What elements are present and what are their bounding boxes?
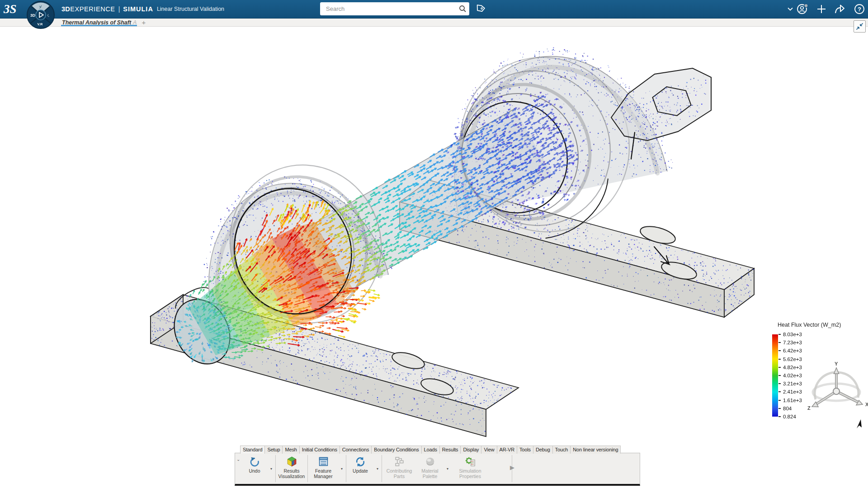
ribbon-tab-non-linear-versioning[interactable]: Non linear versioning (570, 446, 621, 454)
tag-icon[interactable] (473, 3, 486, 15)
top-bar: 3S 3DEXPERIENCE | SIMULIA Linear Structu… (0, 0, 868, 19)
compass-3d-label: 3D (30, 13, 35, 18)
ribbon-tab-connections[interactable]: Connections (340, 446, 372, 454)
material-palette-dropdown-icon: ▾ (444, 454, 451, 483)
ribbon-tab-setup[interactable]: Setup (264, 446, 283, 454)
update-dropdown-icon[interactable]: ▾ (374, 454, 381, 483)
legend-value: 1.61e+3 (783, 398, 802, 403)
search-input[interactable] (320, 5, 456, 12)
3ds-logo-icon[interactable]: 3S (4, 1, 25, 17)
ribbon-tab-boundary-conditions[interactable]: Boundary Conditions (371, 446, 421, 454)
feature-manager-icon (318, 455, 329, 468)
collapse-window-button[interactable] (854, 20, 866, 33)
ribbon-tab-standard[interactable]: Standard (240, 446, 265, 454)
chevron-down-icon[interactable] (786, 0, 795, 18)
material-palette-icon (425, 455, 436, 468)
3d-viewport[interactable] (0, 0, 868, 488)
legend-value: 2.41e+3 (783, 389, 802, 394)
legend-colorbar (772, 334, 778, 417)
brand-3d: 3D (61, 5, 70, 13)
update-label: Update (353, 469, 368, 474)
toolbar-more-arrow[interactable]: ▶ (510, 464, 514, 471)
toolbar-collapse-icon[interactable]: ⌄ (236, 457, 240, 462)
legend-labels: 8.03e+3 7.23e+3 6.42e+3 5.62e+3 4.82e+3 … (778, 332, 802, 419)
undo-button[interactable]: Undo (241, 454, 268, 483)
ribbon-tab-tools[interactable]: Tools (517, 446, 533, 454)
undo-label: Undo (249, 469, 260, 474)
compass-vr-label: V.R (38, 22, 43, 26)
feature-manager-button[interactable]: Feature Manager (308, 454, 338, 483)
ribbon-tab-initial-conditions[interactable]: Initial Conditions (299, 446, 340, 454)
update-button[interactable]: Update (347, 454, 374, 483)
triad-y-label: Y (835, 361, 838, 366)
ribbon-toolbar: ⌄ Undo ▾ Results Visual (235, 453, 640, 486)
legend-value: 5.62e+3 (783, 357, 802, 362)
ribbon-tab-touch[interactable]: Touch (552, 446, 571, 454)
material-palette-label: Material Palette (416, 469, 444, 479)
legend-value: 7.23e+3 (783, 340, 802, 345)
ribbon-tab-ar-vr[interactable]: AR-VR (497, 446, 517, 454)
legend-value: 4.02e+3 (783, 373, 802, 378)
ribbon-tab-display[interactable]: Display (460, 446, 481, 454)
view-axis-triad[interactable]: Y X Z (807, 361, 868, 419)
legend-value: 0.824 (783, 414, 796, 419)
share-icon[interactable] (833, 0, 847, 18)
svg-text:?: ? (858, 6, 861, 13)
ribbon-tab-debug[interactable]: Debug (533, 446, 553, 454)
contributing-parts-button: Contributing Parts (382, 454, 416, 483)
add-content-icon[interactable] (815, 0, 828, 18)
simulation-properties-label: Simulation Properties (451, 469, 489, 479)
triad-x-label: X (865, 402, 868, 407)
legend-value: 4.82e+3 (783, 365, 802, 370)
triad-z-label: Z (807, 405, 811, 411)
results-visualization-button[interactable]: Results Visualization (276, 454, 307, 483)
ribbon-tab-loads[interactable]: Loads (421, 446, 440, 454)
app-name: Linear Structural Validation (157, 6, 224, 12)
3d-compass[interactable]: 3D V.R y̸ i˿ (26, 0, 55, 29)
simulation-properties-icon (464, 455, 476, 468)
legend-value: 804 (783, 406, 792, 411)
brand-product: SIMULIA (123, 5, 153, 13)
application-window: 3S 3DEXPERIENCE | SIMULIA Linear Structu… (0, 0, 868, 488)
feature-manager-label: Feature Manager (308, 469, 338, 479)
ribbon-tab-view[interactable]: View (481, 446, 497, 454)
undo-dropdown-icon[interactable]: ▾ (268, 454, 275, 483)
feature-manager-dropdown-icon[interactable]: ▾ (338, 454, 345, 483)
material-palette-button: Material Palette (416, 454, 444, 483)
app-title: 3DEXPERIENCE | SIMULIA Linear Structural… (61, 0, 224, 18)
brand-divider: | (118, 5, 120, 13)
legend-value: 3.21e+3 (783, 381, 802, 386)
contributing-parts-icon (394, 455, 405, 468)
ribbon-tab-mesh[interactable]: Mesh (282, 446, 299, 454)
legend-value: 6.42e+3 (783, 348, 802, 353)
search-box[interactable] (320, 2, 469, 15)
search-icon[interactable] (456, 2, 469, 15)
legend-value: 8.03e+3 (783, 332, 802, 337)
undo-icon (249, 455, 260, 468)
simulation-properties-button: Simulation Properties (451, 454, 489, 483)
ribbon-tab-results[interactable]: Results (439, 446, 461, 454)
help-icon[interactable]: ? (853, 0, 866, 18)
legend-title: Heat Flux Vector (W_m2) (778, 322, 866, 328)
new-tab-button[interactable]: + (142, 19, 146, 26)
results-visualization-icon (286, 455, 297, 468)
user-avatar-icon[interactable] (795, 0, 810, 18)
update-icon (354, 455, 366, 468)
svg-text:i˿: i˿ (47, 13, 49, 17)
ribbon-tab-strip: Standard Setup Mesh Initial Conditions C… (241, 446, 621, 454)
results-visualization-label: Results Visualization (276, 469, 307, 479)
mouse-cursor (853, 418, 863, 434)
active-tab-indicator (61, 25, 137, 26)
contributing-parts-label: Contributing Parts (382, 469, 416, 479)
brand-experience: EXPERIENCE (70, 5, 115, 13)
